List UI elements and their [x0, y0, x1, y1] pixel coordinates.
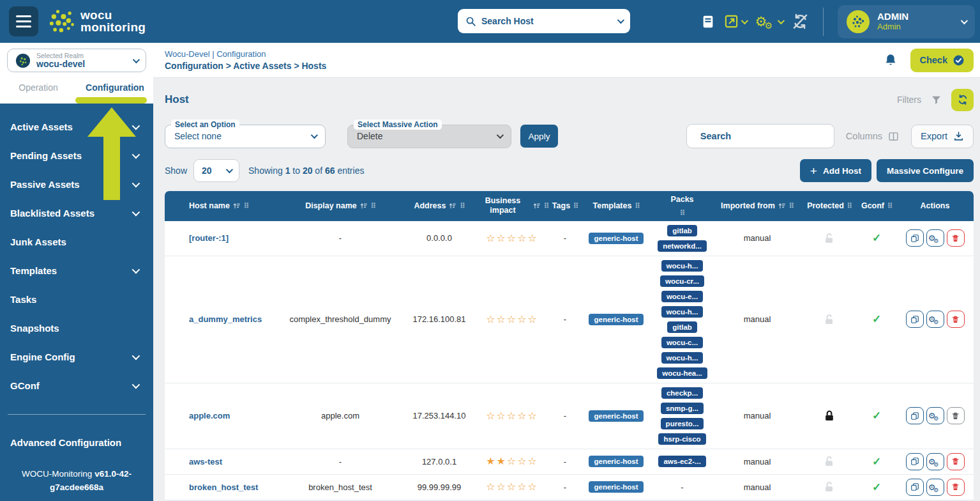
sidebar-item-engine-config[interactable]: Engine Config — [0, 343, 153, 371]
host-link[interactable]: a_dummy_metrics — [189, 314, 262, 324]
table-search-input[interactable] — [700, 131, 826, 141]
delete-host-button[interactable] — [947, 229, 965, 247]
host-link[interactable]: aws-test — [189, 457, 222, 466]
sidebar-item-pending-assets[interactable]: Pending Assets — [0, 141, 153, 170]
user-menu[interactable]: ADMIN Admin — [838, 5, 975, 38]
refresh-table-button[interactable] — [951, 89, 974, 111]
star-empty-icon: ☆ — [528, 233, 538, 243]
sidebar-item-snapshots[interactable]: Snapshots — [0, 314, 153, 343]
wocu-logo: wocu monitoring — [46, 7, 146, 36]
configure-host-button[interactable]: ⚙⚙ — [926, 479, 944, 496]
docs-book-button[interactable] — [701, 14, 715, 29]
autorefresh-disabled-button[interactable] — [792, 13, 809, 30]
page-header: Wocu-Devel | Configuration Configuration… — [153, 43, 980, 78]
table-search-box[interactable] — [686, 124, 834, 148]
hamburger-menu-button[interactable] — [9, 6, 38, 36]
export-button[interactable]: Export — [911, 125, 974, 148]
column-drag-handle[interactable]: ⠿ — [460, 202, 464, 210]
sidebar-item-passive-assets[interactable]: Passive Assets — [0, 170, 153, 199]
search-icon — [465, 16, 476, 27]
column-drag-handle[interactable]: ⠿ — [680, 209, 684, 217]
option-select[interactable]: Select an Option Select none — [165, 125, 326, 148]
delete-host-button[interactable] — [947, 311, 965, 328]
sort-icon[interactable] — [360, 202, 368, 210]
filter-funnel-icon[interactable] — [930, 95, 942, 105]
notifications-bell-icon[interactable] — [884, 53, 898, 67]
services-menu[interactable]: ⚙⚙ — [755, 15, 783, 28]
plus-icon: + — [810, 165, 817, 177]
star-empty-icon: ☆ — [528, 314, 538, 325]
gconf-check-icon: ✓ — [872, 231, 881, 245]
sidebar-item-blacklisted-assets[interactable]: Blacklisted Assets — [0, 199, 153, 227]
host-link[interactable]: [router-:1] — [189, 233, 229, 243]
table-row: aws-test - 127.0.0.1 ★★☆☆☆ - generic-hos… — [165, 449, 974, 475]
configure-host-button[interactable]: ⚙⚙ — [926, 311, 944, 328]
columns-toggle[interactable]: Columns — [846, 131, 900, 142]
sidebar-item-junk-assets[interactable]: Junk Assets — [0, 227, 153, 256]
tab-operation[interactable]: Operation — [0, 82, 77, 93]
clone-host-button[interactable] — [906, 453, 924, 470]
column-drag-handle[interactable]: ⠿ — [847, 202, 852, 210]
sort-icon[interactable] — [449, 202, 456, 210]
clone-host-button[interactable] — [906, 407, 924, 424]
pack-badge: wocu-c... — [661, 337, 703, 348]
clone-host-button[interactable] — [906, 479, 924, 496]
gconf-check-icon: ✓ — [872, 481, 881, 494]
sidebar-item-templates[interactable]: Templates — [0, 256, 153, 285]
sidebar-item-advanced-configuration[interactable]: Advanced Configuration — [0, 437, 153, 448]
sidebar-item-tasks[interactable]: Tasks — [0, 285, 153, 314]
column-drag-handle[interactable]: ⠿ — [544, 202, 548, 210]
column-header-display-name[interactable]: Display name ⠿ — [276, 197, 404, 215]
option-select-label: Select an Option — [171, 119, 239, 130]
external-links-menu[interactable] — [724, 14, 746, 29]
column-header-address[interactable]: Address ⠿ — [404, 197, 474, 215]
column-drag-handle[interactable]: ⠿ — [635, 202, 639, 210]
column-header-imported-from[interactable]: Imported from ⠿ — [712, 197, 802, 215]
star-empty-icon: ☆ — [517, 314, 527, 325]
column-drag-handle[interactable]: ⠿ — [573, 202, 578, 210]
configure-host-button[interactable]: ⚙⚙ — [926, 407, 944, 424]
page-size-select[interactable]: 20 — [193, 159, 239, 182]
host-search-input[interactable] — [481, 16, 612, 26]
filters-label[interactable]: Filters — [897, 95, 921, 105]
chevron-down-icon — [132, 381, 140, 389]
configure-host-button[interactable]: ⚙⚙ — [926, 453, 944, 470]
check-button[interactable]: Check — [910, 49, 974, 72]
sidebar-item-active-assets[interactable]: Active Assets — [0, 112, 153, 141]
column-header-templates: Templates ⠿ — [580, 197, 652, 215]
copy-icon — [910, 412, 919, 420]
column-drag-handle[interactable]: ⠿ — [887, 202, 892, 210]
sort-icon[interactable] — [778, 202, 786, 210]
host-search-combobox[interactable] — [458, 9, 630, 33]
column-drag-handle[interactable]: ⠿ — [244, 202, 248, 210]
apply-button[interactable]: Apply — [520, 125, 558, 148]
massive-configure-button[interactable]: Massive Configure — [877, 159, 974, 182]
protected-cell — [802, 477, 857, 497]
star-empty-icon: ☆ — [528, 411, 538, 421]
host-link[interactable]: apple.com — [189, 411, 230, 420]
tab-configuration[interactable]: Configuration — [77, 82, 153, 93]
sidebar-item-gconf[interactable]: GConf — [0, 371, 153, 400]
business-impact-cell: ☆☆☆☆☆ — [474, 478, 550, 496]
templates-cell: generic-host — [580, 452, 652, 471]
realm-selector[interactable]: Selected Realm wocu-devel — [7, 49, 146, 72]
column-header-business-impact[interactable]: Business impact ⠿ — [474, 192, 550, 220]
configure-gears-icon: ⚙⚙ — [928, 458, 941, 466]
imported-from-cell: manual — [712, 453, 802, 470]
column-header-host-name[interactable]: Host name ⠿ — [165, 197, 276, 215]
column-drag-handle[interactable]: ⠿ — [371, 202, 375, 210]
configure-host-button[interactable]: ⚙⚙ — [926, 229, 944, 247]
clone-host-button[interactable] — [906, 229, 924, 247]
host-link[interactable]: broken_host_test — [189, 482, 258, 492]
star-empty-icon: ☆ — [486, 411, 496, 421]
column-drag-handle[interactable]: ⠿ — [789, 202, 794, 210]
add-host-button[interactable]: +Add Host — [800, 159, 871, 182]
delete-host-button[interactable] — [947, 479, 965, 496]
sort-icon[interactable] — [533, 202, 541, 210]
massive-action-select[interactable]: Select Massive Action Delete — [347, 125, 511, 148]
gears-icon: ⚙⚙ — [755, 15, 775, 28]
delete-host-button[interactable] — [947, 453, 965, 470]
clone-host-button[interactable] — [906, 311, 924, 328]
sort-icon[interactable] — [233, 202, 241, 210]
unlocked-icon — [823, 313, 836, 326]
